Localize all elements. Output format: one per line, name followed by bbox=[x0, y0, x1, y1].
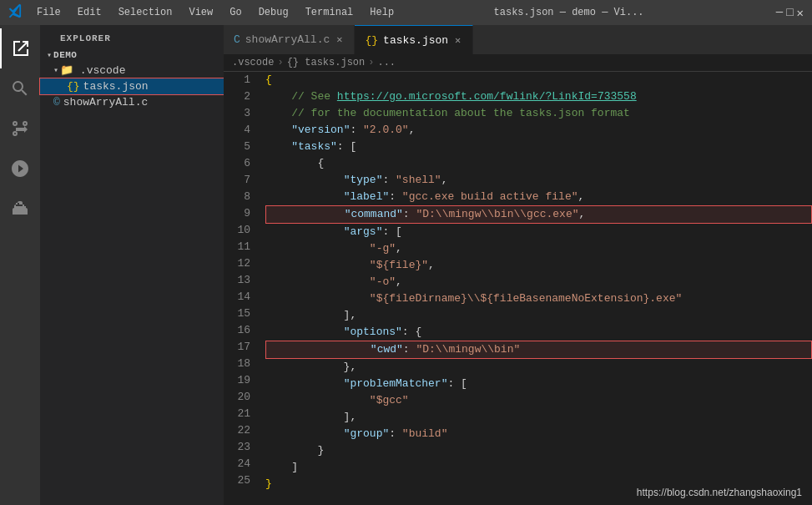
menu-file[interactable]: File bbox=[30, 5, 68, 20]
menu-selection[interactable]: Selection bbox=[112, 5, 179, 20]
code-line[interactable]: // See https://go.microsoft.com/fwlink/?… bbox=[265, 88, 812, 105]
breadcrumb-vscode[interactable]: .vscode bbox=[232, 57, 274, 68]
code-line[interactable]: "args": [ bbox=[265, 224, 812, 240]
line-number: 10 bbox=[224, 222, 250, 239]
code-line[interactable]: }, bbox=[265, 359, 812, 376]
code-token: "options" bbox=[344, 326, 402, 338]
editor-wrapper: 1234567891011121314151617181920212223242… bbox=[224, 72, 812, 505]
code-line[interactable]: "options": { bbox=[265, 324, 812, 341]
line-number: 5 bbox=[224, 139, 250, 155]
code-token bbox=[265, 174, 344, 186]
code-line[interactable]: "group": "build" bbox=[265, 426, 812, 442]
line-number: 11 bbox=[224, 239, 250, 255]
tree-root-demo[interactable]: ▾ DEMO bbox=[40, 48, 224, 62]
sidebar: EXPLORER ▾ DEMO ▾ 📁 .vscode {} tasks.jso… bbox=[40, 25, 224, 505]
code-line[interactable]: ], bbox=[265, 409, 812, 426]
minimize-button[interactable]: ─ bbox=[776, 6, 783, 20]
code-token bbox=[265, 124, 291, 136]
explorer-activity-icon[interactable] bbox=[0, 28, 40, 68]
code-token: "-o" bbox=[370, 275, 396, 288]
code-line[interactable]: "problemMatcher": [ bbox=[265, 376, 812, 392]
code-token bbox=[265, 140, 291, 153]
tree-item-tasks-json[interactable]: {} tasks.json bbox=[40, 78, 224, 94]
code-line[interactable]: "${file}", bbox=[265, 257, 812, 274]
code-token: "${file}" bbox=[370, 259, 428, 271]
tab-show-arry-close[interactable]: ✕ bbox=[335, 33, 344, 47]
code-line[interactable]: "${fileDirname}\\${fileBasenameNoExtensi… bbox=[265, 290, 812, 307]
code-token: "command" bbox=[345, 208, 403, 220]
code-token: : bbox=[382, 174, 396, 186]
code-token bbox=[266, 208, 345, 220]
code-token: , bbox=[428, 259, 435, 271]
show-arry-label: showArryAll.c bbox=[63, 96, 148, 109]
code-line[interactable]: { bbox=[265, 155, 812, 172]
vscode-folder-label: .vscode bbox=[73, 64, 125, 77]
code-token: "$gcc" bbox=[370, 394, 409, 407]
menu-debug[interactable]: Debug bbox=[252, 5, 295, 20]
code-line[interactable]: "$gcc" bbox=[265, 392, 812, 409]
tree-item-vscode[interactable]: ▾ 📁 .vscode bbox=[40, 62, 224, 78]
tree-item-show-arry[interactable]: © showArryAll.c bbox=[40, 94, 224, 110]
line-number: 7 bbox=[224, 172, 250, 189]
run-activity-icon[interactable] bbox=[0, 149, 40, 189]
menu-view[interactable]: View bbox=[182, 5, 219, 20]
code-token bbox=[265, 292, 370, 305]
line-number: 25 bbox=[224, 472, 250, 489]
code-line[interactable]: "version": "2.0.0", bbox=[265, 122, 812, 139]
code-line[interactable]: // for the documentation about the tasks… bbox=[265, 105, 812, 122]
source-control-activity-icon[interactable] bbox=[0, 109, 40, 149]
json-file-icon: {} bbox=[67, 80, 80, 93]
code-line[interactable]: { bbox=[265, 72, 812, 88]
code-line[interactable]: "type": "shell", bbox=[265, 172, 812, 189]
code-token: : bbox=[403, 343, 416, 356]
code-token: "type" bbox=[344, 174, 383, 186]
editor[interactable]: 1234567891011121314151617181920212223242… bbox=[224, 72, 812, 492]
search-activity-icon[interactable] bbox=[0, 68, 40, 109]
code-token bbox=[265, 225, 344, 238]
breadcrumb-tasks-json[interactable]: {} tasks.json bbox=[287, 57, 366, 68]
extensions-activity-icon[interactable] bbox=[0, 189, 40, 229]
line-number: 6 bbox=[224, 155, 250, 172]
menu-edit[interactable]: Edit bbox=[71, 5, 108, 20]
tab-show-arry[interactable]: C showArryAll.c ✕ bbox=[224, 25, 355, 54]
code-token: "-g" bbox=[370, 242, 396, 255]
code-token: "D:\\mingw\\bin\\gcc.exe" bbox=[416, 208, 578, 220]
code-line[interactable]: "command": "D:\\mingw\\bin\\gcc.exe", bbox=[265, 205, 812, 224]
line-number: 15 bbox=[224, 306, 250, 322]
line-number: 20 bbox=[224, 389, 250, 406]
tab-tasks-json-close[interactable]: ✕ bbox=[453, 33, 462, 48]
menu-terminal[interactable]: Terminal bbox=[299, 5, 361, 20]
menu-go[interactable]: Go bbox=[223, 5, 248, 20]
title-bar-left: File Edit Selection View Go Debug Termin… bbox=[8, 3, 401, 23]
explorer-header: EXPLORER bbox=[40, 25, 224, 48]
code-line[interactable]: ], bbox=[265, 307, 812, 324]
code-line[interactable]: "-o", bbox=[265, 274, 812, 290]
code-line[interactable]: ] bbox=[265, 459, 812, 476]
code-line[interactable]: "cwd": "D:\\mingw\\bin" bbox=[265, 341, 812, 359]
tab-tasks-json[interactable]: {} tasks.json ✕ bbox=[355, 25, 473, 54]
code-token: "shell" bbox=[396, 174, 441, 186]
line-number: 18 bbox=[224, 356, 250, 372]
code-token: : bbox=[350, 124, 363, 136]
code-token bbox=[265, 259, 370, 271]
code-area[interactable]: { // See https://go.microsoft.com/fwlink… bbox=[257, 72, 812, 492]
line-number: 24 bbox=[224, 456, 250, 472]
tab-tasks-json-label: tasks.json bbox=[383, 34, 448, 47]
window-controls: ─ □ ✕ bbox=[737, 6, 804, 20]
code-token: // for the documentation about the tasks… bbox=[265, 107, 630, 119]
code-line[interactable]: } bbox=[265, 442, 812, 459]
menu-bar: File Edit Selection View Go Debug Termin… bbox=[30, 5, 401, 20]
code-line[interactable]: "label": "gcc.exe build active file", bbox=[265, 189, 812, 205]
code-line[interactable]: "tasks": [ bbox=[265, 139, 812, 155]
code-token: "version" bbox=[291, 124, 350, 136]
close-button[interactable]: ✕ bbox=[797, 6, 804, 20]
line-number: 1 bbox=[224, 72, 250, 88]
demo-label: DEMO bbox=[53, 50, 77, 60]
menu-help[interactable]: Help bbox=[363, 5, 401, 20]
maximize-button[interactable]: □ bbox=[786, 6, 793, 20]
code-token: : bbox=[389, 190, 402, 203]
breadcrumb: .vscode › {} tasks.json › ... bbox=[224, 54, 812, 72]
code-line[interactable]: "-g", bbox=[265, 240, 812, 257]
code-token: ], bbox=[265, 411, 356, 423]
code-token: https://go.microsoft.com/fwlink/?LinkId=… bbox=[337, 90, 637, 103]
